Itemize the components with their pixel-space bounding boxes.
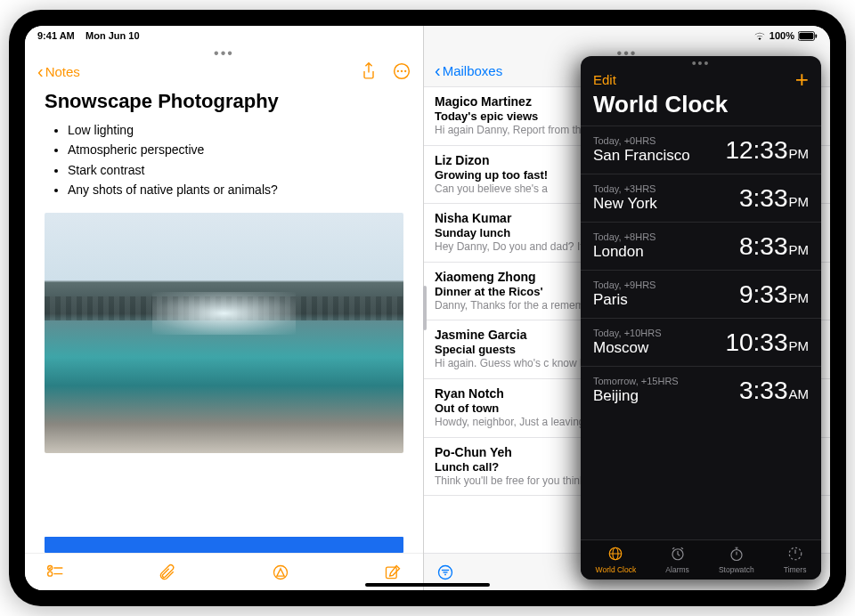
world-clock-row[interactable]: Today, +10HRSMoscow10:33PM bbox=[581, 318, 821, 366]
clock-offset: Today, +3HRS bbox=[593, 183, 657, 194]
note-bullet: Atmospheric perspective bbox=[68, 140, 403, 159]
notes-back-button[interactable]: ‹ Notes bbox=[37, 61, 80, 82]
clock-time: 3:33PM bbox=[739, 184, 809, 213]
status-left: 9:41 AM Mon Jun 10 bbox=[37, 30, 140, 41]
multitask-dots-icon[interactable]: ••• bbox=[581, 56, 821, 70]
clock-offset: Tomorrow, +15HRS bbox=[593, 376, 679, 386]
ipad-frame: 9:41 AM Mon Jun 10 100% ••• ‹ Notes bbox=[9, 10, 846, 606]
clock-offset: Today, +9HRS bbox=[593, 280, 656, 290]
clock-title: World Clock bbox=[581, 87, 821, 126]
globe-icon bbox=[607, 546, 623, 563]
note-bullet: Stark contrast bbox=[68, 160, 403, 180]
notes-bottom-toolbar bbox=[25, 553, 423, 590]
battery-percent: 100% bbox=[770, 30, 794, 41]
note-bullet: Low lighting bbox=[68, 120, 403, 140]
clock-city: Paris bbox=[593, 291, 656, 309]
clock-city: San Francisco bbox=[593, 147, 690, 165]
chevron-left-icon: ‹ bbox=[435, 61, 441, 81]
clock-offset: Today, +0HRS bbox=[593, 135, 690, 146]
home-indicator[interactable] bbox=[365, 583, 490, 587]
status-date: Mon Jun 10 bbox=[86, 30, 140, 41]
tab-stopwatch[interactable]: Stopwatch bbox=[719, 546, 754, 574]
note-bullet: Any shots of native plants or animals? bbox=[68, 180, 403, 199]
clock-offset: Today, +10HRS bbox=[593, 328, 662, 338]
multitask-dots-icon[interactable]: ••• bbox=[214, 45, 234, 61]
checklist-icon[interactable] bbox=[46, 563, 64, 581]
add-button[interactable]: + bbox=[795, 73, 809, 87]
wifi-icon bbox=[753, 31, 766, 40]
clock-time: 9:33PM bbox=[739, 280, 809, 309]
clock-time: 3:33AM bbox=[739, 377, 809, 405]
markup-icon[interactable] bbox=[272, 563, 289, 581]
tab-world-clock[interactable]: World Clock bbox=[596, 546, 637, 574]
alarm-icon bbox=[670, 546, 686, 563]
svg-rect-2 bbox=[815, 34, 817, 37]
screen: 9:41 AM Mon Jun 10 100% ••• ‹ Notes bbox=[25, 26, 830, 590]
notes-pane: ••• ‹ Notes Snowscape Photography bbox=[25, 26, 424, 590]
status-bar: 9:41 AM Mon Jun 10 100% bbox=[25, 26, 830, 45]
world-clock-row[interactable]: Today, +8HRSLondon8:33PM bbox=[581, 222, 821, 270]
status-right: 100% bbox=[753, 30, 818, 41]
chevron-left-icon: ‹ bbox=[37, 61, 44, 82]
world-clock-list[interactable]: Today, +0HRSSan Francisco12:33PMToday, +… bbox=[581, 126, 821, 539]
note-image-strip[interactable] bbox=[45, 537, 403, 553]
clock-time: 8:33PM bbox=[739, 232, 809, 261]
world-clock-row[interactable]: Tomorrow, +15HRSBeijing3:33AM bbox=[581, 366, 821, 414]
notes-toolbar-right bbox=[361, 62, 411, 80]
svg-rect-1 bbox=[799, 32, 813, 39]
share-icon[interactable] bbox=[361, 62, 377, 80]
filter-icon[interactable] bbox=[436, 563, 454, 581]
note-content[interactable]: Snowscape Photography Low lighting Atmos… bbox=[25, 86, 423, 526]
clock-toolbar: Edit + bbox=[581, 70, 821, 87]
svg-point-4 bbox=[397, 70, 399, 72]
battery-icon bbox=[798, 31, 818, 41]
tab-label: Timers bbox=[784, 565, 807, 574]
edit-button[interactable]: Edit bbox=[593, 72, 616, 87]
tab-timers[interactable]: Timers bbox=[784, 546, 807, 574]
tab-alarms[interactable]: Alarms bbox=[665, 546, 688, 574]
more-icon[interactable] bbox=[393, 62, 411, 80]
status-time: 9:41 AM bbox=[37, 30, 75, 41]
tab-label: World Clock bbox=[596, 565, 637, 574]
clock-city: Moscow bbox=[593, 339, 662, 357]
svg-point-6 bbox=[404, 70, 406, 72]
world-clock-row[interactable]: Today, +3HRSNew York3:33PM bbox=[581, 174, 821, 222]
svg-point-9 bbox=[48, 571, 53, 576]
attachment-icon[interactable] bbox=[159, 563, 176, 581]
clock-offset: Today, +8HRS bbox=[593, 231, 656, 242]
stopwatch-icon bbox=[729, 546, 745, 563]
tab-label: Alarms bbox=[665, 565, 688, 574]
world-clock-row[interactable]: Today, +0HRSSan Francisco12:33PM bbox=[581, 126, 821, 174]
mail-back-label: Mailboxes bbox=[443, 63, 503, 78]
note-image-snowscape[interactable] bbox=[45, 213, 403, 453]
notes-back-label: Notes bbox=[45, 64, 80, 79]
clock-slideover[interactable]: ••• Edit + World Clock Today, +0HRSSan F… bbox=[581, 56, 821, 580]
clock-city: London bbox=[593, 243, 656, 261]
svg-point-5 bbox=[401, 70, 403, 72]
split-divider-handle[interactable] bbox=[423, 286, 427, 330]
clock-city: Beijing bbox=[593, 387, 679, 405]
clock-tab-bar: World ClockAlarmsStopwatchTimers bbox=[581, 539, 821, 580]
world-clock-row[interactable]: Today, +9HRSParis9:33PM bbox=[581, 270, 821, 318]
note-bullet-list: Low lighting Atmospheric perspective Sta… bbox=[45, 120, 403, 200]
clock-time: 10:33PM bbox=[725, 328, 809, 357]
timer-icon bbox=[787, 546, 803, 563]
compose-icon[interactable] bbox=[384, 563, 402, 581]
clock-city: New York bbox=[593, 195, 657, 213]
clock-time: 12:33PM bbox=[725, 136, 809, 165]
note-title: Snowscape Photography bbox=[45, 90, 403, 113]
tab-label: Stopwatch bbox=[719, 565, 754, 574]
